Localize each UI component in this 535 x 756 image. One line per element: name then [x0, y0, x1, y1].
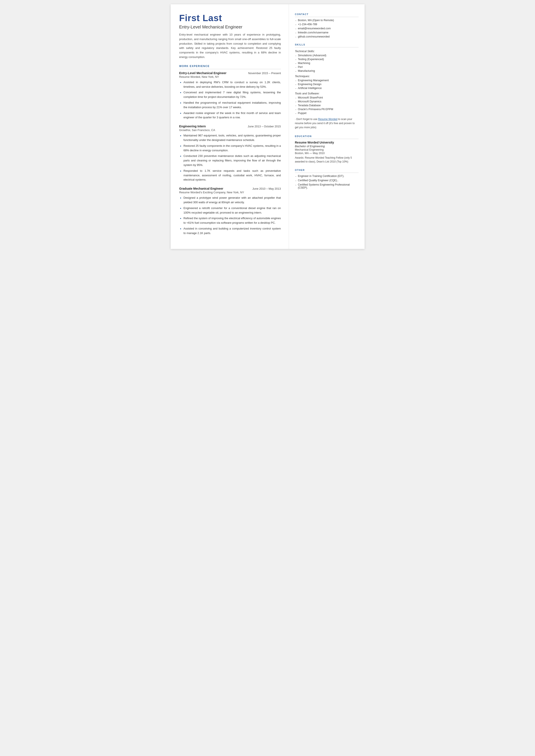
other-section: OTHER Engineer in Training Certification…: [295, 169, 358, 189]
contact-item-1: +1-234-456-789: [295, 23, 358, 26]
other-label: OTHER: [295, 169, 358, 173]
job-title-3: Graduate Mechanical Engineer: [179, 187, 223, 190]
edu-location: Boston, MA — May 2010: [295, 152, 358, 155]
education-section: EDUCATION Resume Worded University Bache…: [295, 135, 358, 164]
job-company-3: Resume Worded's Exciting Company, New Yo…: [179, 191, 281, 194]
skill-2-0: Microsoft SharePoint: [295, 96, 358, 99]
education-label: EDUCATION: [295, 135, 358, 139]
job-dates-2: June 2013 – October 2015: [248, 125, 281, 128]
promo-text: · Don't forget to use Resume Worded to s…: [295, 117, 358, 130]
bullet-3-3: Refined the system of improving the elec…: [179, 216, 281, 225]
contact-item-3: linkedin.com/in/username: [295, 31, 358, 34]
bullet-2-3: Conducted 230 preventive maintenance dut…: [179, 154, 281, 167]
skills-cat-2: Tools and Software:: [295, 92, 358, 95]
job-block-3: Graduate Mechanical Engineer June 2010 –…: [179, 187, 281, 235]
skill-1-2: Artificial Intelligence: [295, 87, 358, 90]
resume-container: First Last Entry-Level Mechanical Engine…: [171, 4, 365, 249]
contact-section: CONTACT Boston, MA (Open to Remote) +1-2…: [295, 13, 358, 38]
skills-list-1: Engineering Management Engineering Desig…: [295, 79, 358, 90]
skills-label: SKILLS: [295, 43, 358, 47]
bullet-3-4: Assisted in conceiving and building a co…: [179, 227, 281, 236]
other-item-1: Certified Quality Engineer (CQE)..: [295, 179, 358, 182]
bullet-1-4: Awarded rookie engineer of the week in t…: [179, 111, 281, 120]
skill-2-3: Oracle's Primavera P6 EPPM: [295, 108, 358, 111]
contact-label: CONTACT: [295, 13, 358, 17]
other-item-2: Certified Systems Engineering Profession…: [295, 183, 358, 189]
skills-section: SKILLS Technical Skills: Simulations (Ad…: [295, 43, 358, 130]
skill-1-1: Engineering Design: [295, 83, 358, 86]
bullet-3-2: Engineered a retrofit converter for a co…: [179, 206, 281, 215]
job-header-2: Engineering Intern June 2013 – October 2…: [179, 125, 281, 128]
skill-2-1: Microsoft Dynamics: [295, 100, 358, 103]
bullet-2-2: Restored 25 faulty components in the com…: [179, 144, 281, 153]
skills-list-2: Microsoft SharePoint Microsoft Dynamics …: [295, 96, 358, 115]
job-bullets-3: Designed a prototype wind power generato…: [179, 196, 281, 235]
job-company-1: Resume Worded, New York, NY: [179, 75, 281, 78]
job-title-2: Engineering Intern: [179, 125, 206, 128]
skills-cat-1: Techniques:: [295, 74, 358, 78]
job-dates-1: November 2015 – Present: [248, 71, 281, 75]
skill-0-4: Manufacturing: [295, 70, 358, 72]
bullet-2-1: Maintained 967 equipment, tools, vehicle…: [179, 133, 281, 142]
contact-item-2: email@resumeworded.com: [295, 27, 358, 30]
summary-text: Entry-level mechanical engineer with 10 …: [179, 33, 281, 60]
edu-institution: Resume Worded University: [295, 141, 358, 144]
skill-0-0: Simulations (Advanced): [295, 54, 358, 57]
edu-awards: Awards: Resume Worded Teaching Fellow (o…: [295, 156, 358, 164]
bullet-1-2: Conceived and implemented 7 new digital …: [179, 90, 281, 99]
job-bullets-1: Assisted in deploying RW's CRM to conduc…: [179, 80, 281, 120]
contact-list: Boston, MA (Open to Remote) +1-234-456-7…: [295, 19, 358, 38]
right-column: CONTACT Boston, MA (Open to Remote) +1-2…: [289, 4, 365, 249]
promo-link[interactable]: Resume Worded: [318, 118, 337, 121]
job-block-2: Engineering Intern June 2013 – October 2…: [179, 125, 281, 182]
contact-item-4: github.com/resumeworded: [295, 35, 358, 38]
job-bullets-2: Maintained 967 equipment, tools, vehicle…: [179, 133, 281, 182]
skill-0-1: Testing (Experienced): [295, 58, 358, 61]
skill-0-2: Machining: [295, 62, 358, 65]
bullet-3-1: Designed a prototype wind power generato…: [179, 196, 281, 205]
edu-degree: Bachelor of Engineering: [295, 145, 358, 148]
job-header-3: Graduate Mechanical Engineer June 2010 –…: [179, 187, 281, 190]
skills-list-0: Simulations (Advanced) Testing (Experien…: [295, 54, 358, 72]
work-experience-label: WORK EXPERIENCE: [179, 65, 281, 69]
contact-item-0: Boston, MA (Open to Remote): [295, 19, 358, 22]
job-header-1: Entry-Level Mechanical Engineer November…: [179, 71, 281, 75]
skill-0-3: Perl: [295, 66, 358, 69]
edu-field: Mechanical Engineering: [295, 148, 358, 151]
other-list: Engineer in Training Certification (EIT)…: [295, 175, 358, 189]
candidate-title: Entry-Level Mechanical Engineer: [179, 25, 281, 30]
other-item-0: Engineer in Training Certification (EIT)…: [295, 175, 358, 178]
job-title-1: Entry-Level Mechanical Engineer: [179, 71, 226, 75]
bullet-1-1: Assisted in deploying RW's CRM to conduc…: [179, 80, 281, 89]
job-company-2: Growthsi, San Francisco, CA: [179, 128, 281, 132]
skills-cat-0: Technical Skills:: [295, 49, 358, 53]
job-dates-3: June 2010 – May 2013: [252, 187, 281, 190]
bullet-2-4: Responded to 1.7K service requests and t…: [179, 169, 281, 182]
bullet-1-3: Handled the programming of mechanical eq…: [179, 101, 281, 110]
left-column: First Last Entry-Level Mechanical Engine…: [171, 4, 289, 249]
skill-1-0: Engineering Management: [295, 79, 358, 82]
skill-2-4: Puppet: [295, 112, 358, 115]
skill-2-2: Teradata Database: [295, 104, 358, 107]
candidate-name: First Last: [179, 13, 281, 23]
job-block-1: Entry-Level Mechanical Engineer November…: [179, 71, 281, 120]
